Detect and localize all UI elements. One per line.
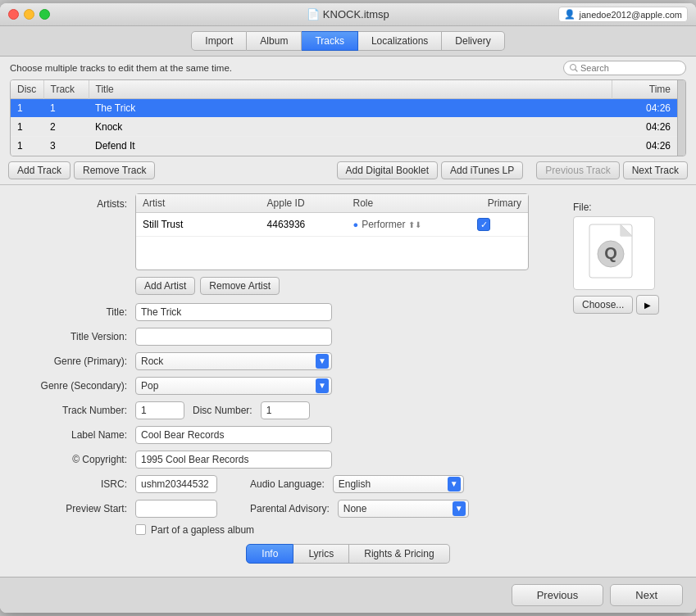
track-number-label: Track Number: [16, 401, 135, 416]
genre-primary-label: Genre (Primary): [16, 352, 135, 367]
tab-localizations[interactable]: Localizations [358, 31, 442, 51]
artist-empty-row [136, 237, 528, 270]
isrc-label: ISRC: [16, 475, 135, 490]
isrc-input[interactable] [135, 475, 217, 493]
cell-title: Defend It [89, 137, 612, 156]
add-artist-button[interactable]: Add Artist [135, 277, 195, 295]
cell-time: 04:26 [612, 137, 677, 156]
title-version-label: Title Version: [16, 328, 135, 342]
cell-time: 04:26 [612, 99, 677, 118]
play-button[interactable]: ▶ [636, 295, 659, 315]
tab-delivery[interactable]: Delivery [442, 31, 504, 51]
previous-button[interactable]: Previous [512, 584, 604, 606]
tab-tracks[interactable]: Tracks [302, 31, 358, 51]
close-button[interactable] [8, 9, 19, 20]
cell-track: 2 [43, 118, 89, 137]
table-row[interactable]: 1 2 Knock 04:26 [11, 118, 677, 137]
window-title: 📄 KNOCK.itmsp [307, 8, 389, 20]
scrollbar[interactable] [677, 80, 685, 156]
choose-file-button[interactable]: Choose... [573, 296, 633, 314]
audio-language-select[interactable]: English [333, 475, 464, 493]
artist-apple-id: 4463936 [261, 213, 347, 237]
disc-number-label: Disc Number: [193, 405, 252, 416]
title-version-input[interactable] [135, 328, 332, 346]
preview-start-input[interactable] [135, 500, 217, 518]
artist-buttons: Add Artist Remove Artist [135, 277, 557, 295]
gapless-checkbox[interactable] [135, 524, 146, 535]
main-window: 📄 KNOCK.itmsp 👤 janedoe2012@apple.com Im… [0, 3, 696, 613]
artist-role: ● Performer ⬆⬇ [346, 213, 471, 237]
genre-secondary-row: Genre (Secondary): Pop Rock ▼ [16, 377, 557, 395]
primary-checkbox[interactable]: ✓ [477, 218, 490, 231]
copyright-label: © Copyright: [16, 451, 135, 465]
tab-rights-pricing[interactable]: Rights & Pricing [349, 544, 449, 564]
form-section: Artists: Artist Apple ID Role Primary [16, 193, 557, 536]
cell-disc: 1 [11, 118, 43, 137]
minimize-button[interactable] [24, 9, 34, 20]
preview-parental-fields: Parental Advisory: None Explicit Clean ▼ [135, 500, 469, 518]
previous-track-button[interactable]: Previous Track [536, 161, 619, 179]
role-stepper-icon[interactable]: ⬆⬇ [408, 220, 421, 229]
title-row: Title: [16, 303, 557, 321]
copyright-input[interactable] [135, 451, 332, 469]
tab-album[interactable]: Album [247, 31, 302, 51]
col-disc: Disc [11, 80, 43, 99]
artist-col-role: Role [346, 194, 471, 213]
genre-primary-select[interactable]: Rock Pop Jazz [135, 352, 332, 370]
table-row[interactable]: 1 3 Defend It 04:26 [11, 137, 677, 156]
audio-language-select-wrap: English ▼ [333, 475, 464, 493]
gapless-row: Part of a gapless album [135, 524, 557, 536]
next-button[interactable]: Next [610, 584, 683, 606]
track-disc-row: Track Number: Disc Number: [16, 401, 557, 419]
maximize-button[interactable] [39, 9, 50, 20]
gapless-label: Part of a gapless album [151, 524, 254, 536]
artist-col-primary: Primary [471, 194, 528, 213]
svg-text:Q: Q [604, 244, 617, 262]
search-input[interactable] [563, 61, 686, 75]
artist-row[interactable]: Still Trust 4463936 ● Performer ⬆⬇ [136, 213, 528, 237]
label-name-label: Label Name: [16, 426, 135, 441]
title-version-row: Title Version: [16, 328, 557, 346]
add-itunes-lp-button[interactable]: Add iTunes LP [441, 161, 523, 179]
col-time: Time [612, 80, 677, 99]
artists-row: Artists: Artist Apple ID Role Primary [16, 193, 557, 270]
main-content: Artists: Artist Apple ID Role Primary [0, 185, 696, 577]
remove-track-button[interactable]: Remove Track [74, 161, 155, 179]
cell-time: 04:26 [612, 118, 677, 137]
parental-advisory-label: Parental Advisory: [250, 503, 330, 514]
instruction-text: Choose multiple tracks to edit them at t… [10, 63, 232, 73]
tab-info[interactable]: Info [246, 544, 293, 564]
title-icon: 📄 [307, 8, 323, 20]
play-icon: ▶ [644, 301, 651, 310]
label-name-input[interactable] [135, 426, 332, 444]
tab-import[interactable]: Import [191, 31, 247, 51]
artists-label: Artists: [16, 193, 135, 210]
copyright-row: © Copyright: [16, 451, 557, 469]
footer: Previous Next [0, 577, 696, 613]
cell-track: 3 [43, 137, 89, 156]
track-number-input[interactable] [135, 401, 184, 419]
artist-table-wrap: Artist Apple ID Role Primary Still Trust… [135, 193, 529, 270]
genre-secondary-label: Genre (Secondary): [16, 377, 135, 392]
genre-secondary-select-wrap: Pop Rock ▼ [135, 377, 332, 395]
tab-lyrics[interactable]: Lyrics [293, 544, 349, 564]
disc-number-input[interactable] [261, 401, 310, 419]
content-with-file: Artists: Artist Apple ID Role Primary [16, 193, 680, 536]
parental-advisory-select[interactable]: None Explicit Clean [338, 500, 469, 518]
genre-secondary-select[interactable]: Pop Rock [135, 377, 332, 395]
remove-artist-button[interactable]: Remove Artist [200, 277, 280, 295]
cell-track: 1 [43, 99, 89, 118]
add-digital-booklet-button[interactable]: Add Digital Booklet [337, 161, 438, 179]
role-dot-icon: ● [353, 220, 358, 229]
traffic-lights [8, 9, 50, 20]
col-track: Track [43, 80, 89, 99]
file-side: File: Q Choose... [573, 193, 680, 536]
bottom-tabs: Info Lyrics Rights & Pricing [16, 544, 680, 564]
title-input[interactable] [135, 303, 332, 321]
artist-primary: ✓ [471, 213, 528, 237]
user-badge: 👤 janedoe2012@apple.com [558, 7, 688, 22]
artist-table: Artist Apple ID Role Primary Still Trust… [136, 194, 528, 270]
table-row[interactable]: 1 1 The Trick 04:26 [11, 99, 677, 118]
add-track-button[interactable]: Add Track [8, 161, 71, 179]
next-track-button[interactable]: Next Track [623, 161, 688, 179]
